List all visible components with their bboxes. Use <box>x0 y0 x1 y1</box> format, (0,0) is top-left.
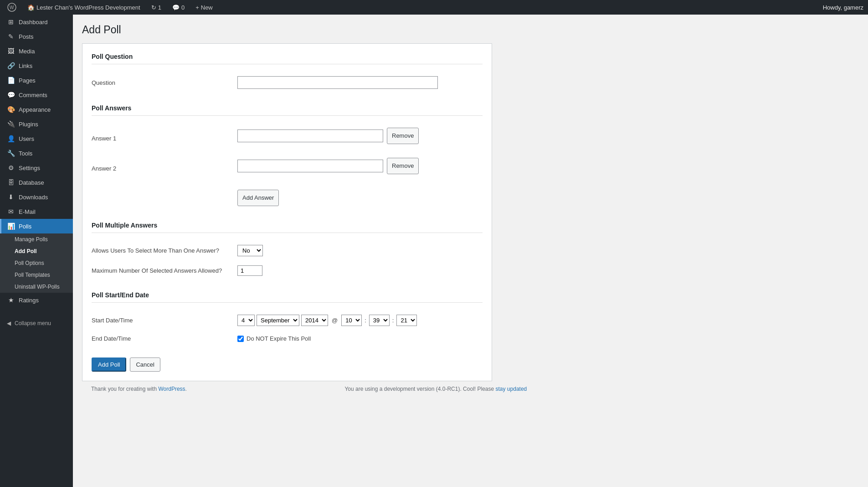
remove-answer1-button[interactable]: Remove <box>387 128 419 144</box>
footer-stay-updated-link[interactable]: stay updated <box>496 386 527 392</box>
poll-multiple-heading: Poll Multiple Answers <box>92 222 483 233</box>
remove-answer2-button[interactable]: Remove <box>387 158 419 174</box>
colon2: : <box>392 317 394 324</box>
poll-answers-heading: Poll Answers <box>92 104 483 116</box>
downloads-icon: ⬇ <box>7 193 15 201</box>
media-icon: 🖼 <box>7 47 15 55</box>
sidebar-item-users[interactable]: 👤 Users <box>0 131 73 146</box>
sidebar-item-downloads[interactable]: ⬇ Downloads <box>0 190 73 204</box>
max-answers-input[interactable] <box>237 265 262 276</box>
sidebar-item-database[interactable]: 🗄 Database <box>0 175 73 190</box>
settings-icon: ⚙ <box>7 164 15 171</box>
sidebar-item-appearance[interactable]: 🎨 Appearance <box>0 102 73 117</box>
dates-table: Start Date/Time 4 September 2014 <box>92 310 483 347</box>
page-title: Add Poll <box>82 24 859 36</box>
footer-wordpress-link[interactable]: WordPress <box>158 386 185 392</box>
max-answers-row: Maximum Number Of Selected Answers Allow… <box>92 261 483 280</box>
no-expire-checkbox[interactable] <box>237 336 244 342</box>
sidebar-item-email[interactable]: ✉ E-Mail <box>0 204 73 219</box>
cancel-button[interactable]: Cancel <box>130 357 160 372</box>
polls-icon: 📊 <box>7 223 15 230</box>
answers-table: Answer 1 Remove Answer 2 <box>92 123 483 211</box>
pages-icon: 📄 <box>7 77 15 84</box>
users-icon: 👤 <box>7 135 15 142</box>
answer2-input[interactable] <box>237 160 383 172</box>
end-date-row: End Date/Time Do NOT Expire This Poll <box>92 331 483 347</box>
submit-row: Add Poll Cancel <box>92 357 483 372</box>
collapse-menu[interactable]: ◀ Collapse menu <box>0 316 73 330</box>
allows-label: Allows Users To Select More Than One Ans… <box>92 247 219 254</box>
database-icon: 🗄 <box>7 179 15 186</box>
sidebar: ⊞ Dashboard ✎ Posts 🖼 Media 🔗 Links 📄 Pa… <box>0 15 73 487</box>
dashboard-icon: ⊞ <box>7 18 15 26</box>
multiple-table: Allows Users To Select More Than One Ans… <box>92 240 483 280</box>
sidebar-item-posts[interactable]: ✎ Posts <box>0 29 73 44</box>
submenu-poll-templates[interactable]: Poll Templates <box>0 269 73 281</box>
poll-question-heading: Poll Question <box>92 53 483 64</box>
question-row: Question <box>92 72 483 93</box>
adminbar-wp-logo[interactable]: W <box>5 3 19 12</box>
ratings-icon: ★ <box>7 296 15 304</box>
adminbar-home-icon: 🏠 <box>27 4 35 11</box>
question-label: Question <box>92 79 115 86</box>
collapse-icon: ◀ <box>7 320 11 326</box>
sidebar-item-comments[interactable]: 💬 Comments <box>0 88 73 102</box>
sidebar-item-ratings[interactable]: ★ Ratings <box>0 293 73 307</box>
adminbar-new[interactable]: + New <box>193 4 216 11</box>
links-icon: 🔗 <box>7 62 15 69</box>
start-sec-select[interactable]: 21 <box>396 315 417 326</box>
submenu-uninstall[interactable]: Uninstall WP-Polls <box>0 281 73 293</box>
adminbar-site-name[interactable]: 🏠 Lester Chan's WordPress Development <box>25 4 143 11</box>
plus-icon: + <box>195 4 199 11</box>
posts-icon: ✎ <box>7 33 15 40</box>
submenu-add-poll[interactable]: Add Poll <box>0 245 73 257</box>
start-day-select[interactable]: 4 <box>237 315 255 326</box>
sidebar-item-settings[interactable]: ⚙ Settings <box>0 161 73 175</box>
sidebar-item-media[interactable]: 🖼 Media <box>0 44 73 58</box>
question-input[interactable] <box>237 76 438 89</box>
page-footer: Thank you for creating with WordPress. Y… <box>82 381 859 397</box>
sidebar-item-polls[interactable]: 📊 Polls <box>0 219 73 233</box>
sidebar-item-plugins[interactable]: 🔌 Plugins <box>0 117 73 131</box>
appearance-icon: 🎨 <box>7 106 15 113</box>
poll-question-section: Poll Question Question <box>92 53 483 93</box>
add-poll-button[interactable]: Add Poll <box>92 357 126 372</box>
poll-dates-heading: Poll Start/End Date <box>92 291 483 303</box>
allows-select[interactable]: No Yes <box>237 245 263 256</box>
form-wrap: Poll Question Question Poll Answers Answ… <box>82 43 492 381</box>
poll-multiple-section: Poll Multiple Answers Allows Users To Se… <box>92 222 483 280</box>
sidebar-item-pages[interactable]: 📄 Pages <box>0 73 73 88</box>
submenu-poll-options[interactable]: Poll Options <box>0 257 73 269</box>
comments-icon: 💬 <box>172 4 180 11</box>
start-date-row: Start Date/Time 4 September 2014 <box>92 310 483 331</box>
answer1-input[interactable] <box>237 130 383 142</box>
add-answer-button[interactable]: Add Answer <box>237 190 279 206</box>
comments-menu-icon: 💬 <box>7 91 15 98</box>
polls-submenu: Manage Polls Add Poll Poll Options Poll … <box>0 233 73 293</box>
start-label: Start Date/Time <box>92 317 133 324</box>
question-table: Question <box>92 72 483 93</box>
answer2-label: Answer 2 <box>92 165 116 172</box>
email-icon: ✉ <box>7 208 15 215</box>
adminbar-updates[interactable]: ↻ 1 <box>149 4 164 11</box>
start-min-select[interactable]: 39 <box>369 315 390 326</box>
max-label: Maximum Number Of Selected Answers Allow… <box>92 267 222 274</box>
start-hour-select[interactable]: 10 <box>341 315 362 326</box>
submenu-manage-polls[interactable]: Manage Polls <box>0 233 73 245</box>
plugins-icon: 🔌 <box>7 120 15 128</box>
svg-text:W: W <box>10 5 14 10</box>
updates-icon: ↻ <box>151 4 156 11</box>
poll-answers-section: Poll Answers Answer 1 Remove Answer 2 <box>92 104 483 211</box>
admin-bar: W 🏠 Lester Chan's WordPress Development … <box>0 0 868 15</box>
main-content: Add Poll Poll Question Question Poll Ans… <box>73 15 868 487</box>
sidebar-item-links[interactable]: 🔗 Links <box>0 58 73 73</box>
answer1-label: Answer 1 <box>92 135 116 142</box>
adminbar-comments[interactable]: 💬 0 <box>169 4 187 11</box>
sidebar-item-dashboard[interactable]: ⊞ Dashboard <box>0 15 73 29</box>
sidebar-item-tools[interactable]: 🔧 Tools <box>0 146 73 161</box>
no-expire-label: Do NOT Expire This Poll <box>247 335 311 342</box>
end-label: End Date/Time <box>92 335 131 342</box>
start-month-select[interactable]: September <box>257 315 299 326</box>
answer1-row: Answer 1 Remove <box>92 123 483 153</box>
start-year-select[interactable]: 2014 <box>301 315 328 326</box>
